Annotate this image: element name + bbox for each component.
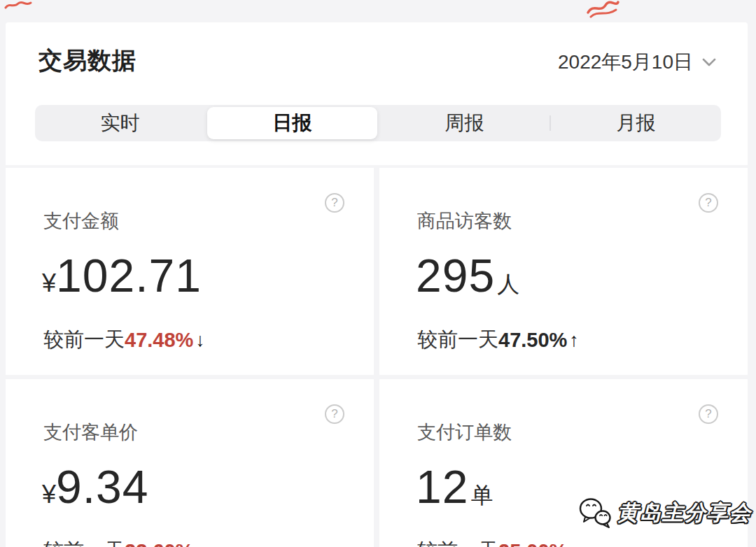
date-value: 2022年5月10日	[558, 49, 693, 76]
date-picker[interactable]: 2022年5月10日	[558, 49, 717, 76]
currency-symbol: ¥	[42, 480, 56, 509]
compare-label: 较前一天	[43, 537, 125, 547]
chevron-down-icon	[701, 57, 717, 67]
currency-symbol: ¥	[42, 269, 56, 298]
compare-label: 较前一天	[417, 326, 498, 354]
metric-label: 商品访客数	[417, 208, 748, 234]
change-percent: 47.48%	[125, 329, 193, 352]
metric-cards-grid: ? 支付金额 ¥102.71 较前一天47.48%↓ ? 商品访客数 295人 …	[6, 168, 748, 547]
card-product-visitors: ? 商品访客数 295人 较前一天47.50%↑	[379, 168, 748, 375]
tab-weekly[interactable]: 周报	[379, 105, 550, 141]
red-scribble-top-right	[585, 0, 620, 18]
tab-realtime[interactable]: 实时	[35, 105, 205, 141]
report-period-tabs: 实时 日报 周报 月报	[35, 105, 721, 141]
value-number: 102.71	[56, 249, 202, 302]
change-percent: 47.50%	[498, 329, 567, 352]
card-payment-per-customer: ? 支付客单价 ¥9.34 较前一天23.60%↓	[6, 379, 374, 547]
metric-label: 支付订单数	[417, 420, 748, 445]
change-row: 较前一天23.60%↓	[43, 537, 374, 547]
help-icon[interactable]: ?	[325, 193, 344, 213]
value-number: 12	[416, 460, 468, 513]
value-unit: 单	[470, 481, 493, 511]
value-number: 9.34	[56, 460, 148, 513]
metric-value: 295人	[416, 249, 748, 302]
compare-label: 较前一天	[43, 326, 125, 354]
value-number: 295	[416, 249, 495, 302]
metric-label: 支付金额	[43, 208, 374, 234]
metric-value: ¥102.71	[42, 249, 374, 302]
watermark-text: 黄岛主分享会	[617, 499, 752, 527]
change-percent: 23.60%	[125, 540, 193, 547]
down-arrow-icon: ↓	[569, 541, 579, 547]
up-arrow-icon: ↑	[569, 329, 579, 351]
change-row: 较前一天25.00%↓	[417, 537, 748, 547]
card-payment-amount: ? 支付金额 ¥102.71 较前一天47.48%↓	[6, 168, 374, 375]
compare-label: 较前一天	[417, 537, 498, 547]
help-icon[interactable]: ?	[699, 193, 718, 213]
down-arrow-icon: ↓	[195, 329, 205, 351]
value-unit: 人	[497, 269, 519, 300]
metric-label: 支付客单价	[43, 420, 374, 445]
tab-daily[interactable]: 日报	[207, 107, 377, 139]
change-row: 较前一天47.50%↑	[417, 326, 748, 354]
help-icon[interactable]: ?	[325, 404, 344, 424]
down-arrow-icon: ↓	[195, 541, 205, 547]
red-scribble-top-left	[4, 0, 32, 11]
change-row: 较前一天47.48%↓	[43, 326, 374, 354]
metric-value: ¥9.34	[42, 460, 374, 513]
wechat-icon	[578, 497, 612, 529]
help-icon[interactable]: ?	[699, 404, 718, 424]
change-percent: 25.00%	[498, 540, 567, 547]
page-title: 交易数据	[38, 45, 136, 77]
transaction-dashboard: 交易数据 2022年5月10日 实时 日报 周报 月报 ? 支付金额 ¥102.…	[0, 0, 756, 547]
watermark: 黄岛主分享会	[578, 497, 752, 529]
tab-monthly[interactable]: 月报	[551, 105, 721, 141]
header-card: 交易数据 2022年5月10日 实时 日报 周报 月报	[6, 22, 748, 165]
